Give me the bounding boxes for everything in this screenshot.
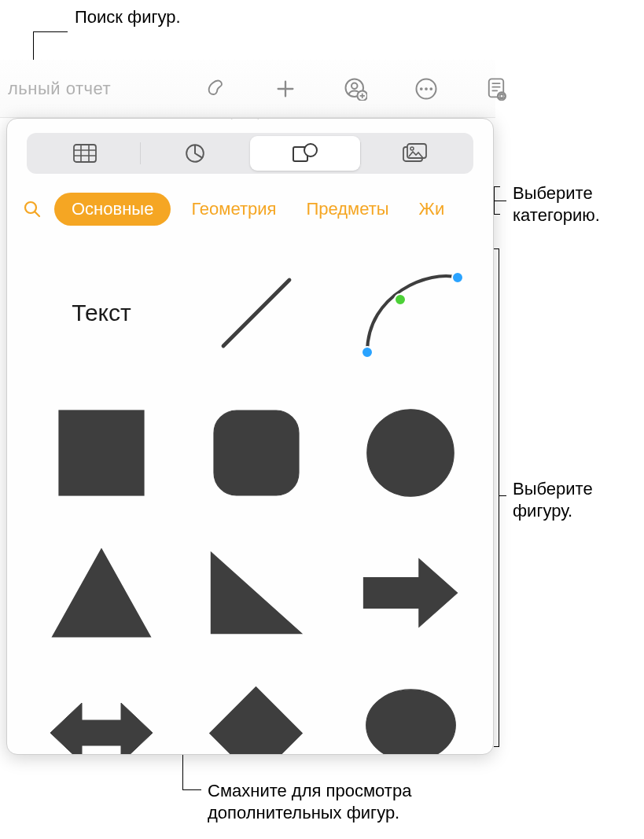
callout-cat-bracket-b — [494, 214, 500, 215]
svg-point-6 — [429, 87, 432, 90]
document-view-icon[interactable] — [485, 77, 507, 101]
svg-point-4 — [420, 87, 423, 90]
insert-type-segmented — [27, 133, 473, 174]
insert-plus-icon[interactable] — [274, 77, 296, 101]
callout-cat-leader — [494, 201, 506, 201]
shape-triangle[interactable] — [35, 526, 168, 660]
shapes-icon — [292, 142, 318, 164]
shape-diamond[interactable] — [190, 666, 323, 754]
seg-media[interactable] — [361, 136, 471, 171]
shape-text[interactable]: Текст — [35, 246, 168, 380]
svg-rect-10 — [74, 145, 96, 162]
callout-shape-bracket-v — [499, 248, 499, 747]
svg-point-1 — [351, 83, 358, 89]
callout-search-line-h — [33, 31, 68, 32]
callout-swipe-line-h — [182, 789, 201, 790]
callout-cat-bracket-t — [494, 186, 500, 187]
collaborate-icon[interactable] — [344, 77, 367, 101]
chart-icon — [185, 143, 205, 164]
shape-curve[interactable] — [344, 246, 477, 380]
svg-marker-28 — [50, 703, 153, 754]
seg-charts[interactable] — [141, 136, 251, 171]
shape-arrow-right[interactable] — [344, 526, 477, 660]
shape-text-label: Текст — [72, 300, 131, 326]
shape-categories[interactable]: Основные Геометрия Предметы Жи — [7, 185, 493, 235]
search-shapes-button[interactable] — [21, 198, 43, 220]
shape-rounded-square[interactable] — [190, 386, 323, 520]
callout-shape-leader — [499, 495, 506, 496]
document-title: льный отчет — [8, 79, 111, 99]
callout-shape-label: Выберите фигуру. — [513, 478, 593, 521]
seg-tables[interactable] — [30, 136, 140, 171]
shapes-grid: Текст — [35, 246, 477, 754]
callout-category-label: Выберите категорию. — [513, 182, 600, 226]
shape-line[interactable] — [190, 246, 323, 380]
svg-point-19 — [362, 347, 373, 358]
svg-marker-26 — [211, 552, 301, 633]
shape-circle[interactable] — [344, 386, 477, 520]
callout-category-l2: категорию. — [513, 205, 600, 225]
shape-right-triangle[interactable] — [190, 526, 323, 660]
table-icon — [73, 144, 97, 163]
svg-rect-22 — [59, 410, 144, 495]
svg-point-21 — [395, 294, 406, 305]
insert-popover: Основные Геометрия Предметы Жи Текст — [6, 118, 494, 755]
seg-shapes[interactable] — [250, 136, 360, 171]
callout-swipe-label: Смахните для просмотра дополнительных фи… — [208, 780, 411, 823]
callout-category-l1: Выберите — [513, 183, 593, 203]
shape-square[interactable] — [35, 386, 168, 520]
svg-marker-25 — [53, 549, 151, 637]
svg-point-5 — [425, 87, 428, 90]
category-animals[interactable]: Жи — [410, 194, 454, 224]
callout-shape-bracket-t — [494, 248, 499, 249]
svg-point-30 — [366, 690, 455, 754]
svg-point-24 — [367, 410, 454, 496]
svg-marker-27 — [363, 559, 457, 627]
svg-marker-29 — [210, 686, 303, 754]
search-icon — [23, 200, 42, 219]
callout-shape-bracket-b — [494, 746, 499, 747]
shapes-grid-container[interactable]: Текст — [7, 235, 493, 754]
media-icon — [403, 143, 428, 164]
format-brush-icon[interactable] — [205, 77, 227, 101]
callout-search-label: Поиск фигур. — [75, 6, 181, 28]
callout-swipe-l2: дополнительных фигур. — [208, 803, 399, 822]
category-active[interactable]: Основные — [54, 193, 171, 226]
more-icon[interactable] — [414, 77, 438, 101]
callout-shape-l1: Выберите — [513, 479, 593, 499]
app-toolbar: льный отчет — [0, 60, 495, 118]
category-objects[interactable]: Предметы — [296, 194, 398, 224]
callout-swipe-l1: Смахните для просмотра — [208, 781, 411, 800]
svg-rect-23 — [214, 410, 299, 495]
category-geometry[interactable]: Геометрия — [182, 194, 285, 224]
callout-shape-l2: фигуру. — [513, 501, 572, 521]
svg-point-20 — [452, 272, 463, 283]
svg-line-18 — [223, 280, 289, 346]
shape-double-arrow[interactable] — [35, 666, 168, 754]
svg-point-13 — [304, 144, 317, 156]
shape-speech-bubble[interactable] — [344, 666, 477, 754]
